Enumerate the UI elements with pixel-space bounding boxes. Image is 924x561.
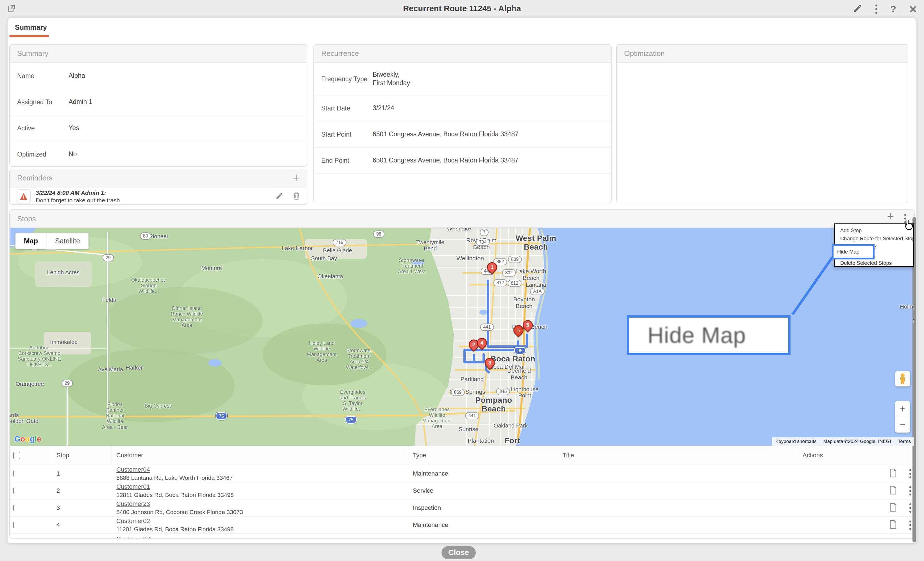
- map-label-line: Fort: [504, 436, 520, 445]
- keyboard-shortcuts-link[interactable]: Keyboard shortcuts: [772, 437, 820, 446]
- road-shield: 29: [103, 254, 114, 261]
- table-row: 4Customer0211201 Glades Rd, Boca Raton F…: [10, 517, 914, 534]
- menu-item-hide-map[interactable]: Hide Map: [834, 249, 860, 255]
- map-label-line: Management: [171, 317, 203, 322]
- column-header-type: Type: [408, 446, 558, 465]
- map-label-line: S. Taylor: [339, 400, 366, 406]
- map-label: DeerfieldBeach: [507, 368, 531, 381]
- hide-map-callout: Hide Map: [627, 315, 790, 355]
- detail-value: Admin 1: [69, 98, 92, 106]
- pegman-icon[interactable]: [895, 371, 910, 387]
- detail-row: Frequency TypeBiweekly,First Monday: [314, 63, 611, 95]
- customer-address: 5400 Johnson Rd, Coconut Creek Florida 3…: [116, 509, 408, 516]
- document-icon[interactable]: [889, 468, 897, 479]
- row-checkbox[interactable]: [13, 522, 14, 528]
- row-customer-cell: Customer0211201 Glades Rd, Boca Raton Fl…: [112, 518, 408, 532]
- map-label-line: Corkscrew Swamp: [18, 351, 61, 356]
- hide-map-highlight[interactable]: Hide Map: [832, 244, 874, 260]
- customer-address: 11201 Glades Rd, Boca Raton Florida 3349…: [116, 526, 408, 532]
- row-checkbox-cell: [10, 506, 52, 510]
- map-label-line: Everglades: [339, 389, 366, 395]
- close-button[interactable]: Close: [441, 546, 476, 560]
- document-icon[interactable]: [889, 502, 897, 513]
- zoom-out-button[interactable]: −: [895, 417, 910, 433]
- terms-link[interactable]: Terms: [894, 437, 914, 446]
- detail-value-line: Biweekly,: [373, 70, 410, 79]
- row-menu-icon[interactable]: [909, 520, 911, 530]
- map-label-line: Holmes Roc: [900, 303, 914, 310]
- edit-reminder-icon[interactable]: [275, 192, 283, 201]
- column-header-actions: Actions: [798, 446, 914, 465]
- add-reminder-button[interactable]: +: [292, 174, 300, 182]
- row-checkbox[interactable]: [13, 505, 14, 511]
- dialog-titlebar: Recurrent Route 11245 - Alpha ? ×: [0, 0, 924, 18]
- edit-icon[interactable]: [853, 4, 862, 14]
- map-label-line: Audubon: [18, 345, 61, 351]
- document-icon[interactable]: [889, 485, 897, 496]
- help-icon[interactable]: ?: [890, 4, 896, 15]
- map-label: Parkland: [460, 376, 484, 382]
- map-button[interactable]: Map: [15, 233, 46, 249]
- close-dialog-icon[interactable]: ×: [909, 3, 917, 15]
- customer-link[interactable]: Customer23: [116, 500, 408, 508]
- tab-active-indicator: [9, 35, 49, 37]
- detail-row: ActiveYes: [10, 115, 307, 141]
- customer-link[interactable]: Customer01: [116, 483, 408, 490]
- map-label: Plantation: [468, 437, 494, 444]
- map-label-line: Belle Glade: [323, 248, 352, 254]
- map-label-line: Twentymile: [416, 239, 444, 245]
- satellite-button[interactable]: Satellite: [46, 233, 88, 249]
- customer-address: 12811 Glades Rd, Boca Raton Florida 3349…: [116, 492, 408, 498]
- delete-reminder-icon[interactable]: [293, 192, 300, 201]
- menu-item[interactable]: Change Route for Selected Stops: [835, 234, 913, 243]
- row-menu-icon[interactable]: [909, 486, 911, 495]
- select-all-checkbox[interactable]: [13, 452, 20, 459]
- map-label: Oakland Park: [494, 422, 528, 429]
- stops-panel-header: Stops +: [10, 210, 914, 228]
- map-pin-label: ⌂: [514, 326, 523, 334]
- zoom-in-button[interactable]: +: [895, 401, 910, 417]
- row-menu-icon[interactable]: [909, 503, 911, 513]
- google-logo-letter: o: [25, 435, 30, 443]
- customer-link[interactable]: Customer04: [116, 466, 408, 473]
- map-label-line: Area - Bear: [102, 424, 128, 430]
- map-label-line: Dinner Island: [171, 306, 203, 311]
- menu-item[interactable]: Delete Selected Stops: [835, 259, 913, 267]
- row-type: [408, 534, 558, 536]
- menu-item[interactable]: Add Stop: [835, 226, 913, 234]
- row-checkbox[interactable]: [13, 471, 14, 476]
- customer-address: 8888 Lantana Rd, Lake Worth Florida 3346…: [116, 474, 408, 481]
- document-icon[interactable]: [889, 520, 897, 530]
- map-label-line: ineyards: [10, 412, 19, 418]
- map-label-line: Area 1 West: [398, 269, 426, 274]
- map-label: Lehigh Acres: [47, 269, 80, 276]
- column-header-customer: Customer: [112, 446, 408, 465]
- table-row: 1Customer048888 Lantana Rd, Lake Worth F…: [10, 465, 914, 482]
- row-menu-icon[interactable]: [909, 469, 911, 478]
- map-label-line: Beach: [513, 303, 535, 309]
- more-options-icon[interactable]: [875, 4, 878, 14]
- stops-panel: Stops +: [9, 209, 915, 539]
- row-stop-number: [52, 534, 112, 536]
- row-customer-cell: Customer235400 Johnson Rd, Coconut Creek…: [112, 500, 408, 516]
- road-shield: 802: [502, 269, 516, 277]
- row-checkbox[interactable]: [13, 488, 14, 494]
- google-logo-letter: G: [14, 435, 21, 443]
- map-label-line: Oakland Park: [494, 422, 528, 429]
- add-stop-button[interactable]: +: [887, 212, 894, 220]
- customer-link[interactable]: Customer02: [116, 518, 408, 525]
- row-type: Maintenance: [408, 470, 558, 477]
- map-label-line: Big Cypress: [144, 403, 172, 409]
- detail-value: Biweekly,First Monday: [373, 70, 410, 87]
- map-label-line: Holey Land: [307, 340, 336, 346]
- map-label: Okeelanta: [317, 273, 343, 279]
- tab-summary[interactable]: Summary: [15, 23, 47, 32]
- map-data-text: Map data ©2024 Google, INEGI: [820, 437, 894, 446]
- map-label-line: Deerfield: [507, 368, 531, 374]
- column-header-title: Title: [558, 446, 798, 465]
- warning-icon: [16, 189, 31, 204]
- map-label-line: Plantation: [468, 437, 494, 444]
- map-label: StormwaterTreatmentArea 1 West: [398, 258, 426, 274]
- customer-link[interactable]: Customer07: [116, 536, 408, 539]
- google-logo-letter: g: [30, 435, 35, 443]
